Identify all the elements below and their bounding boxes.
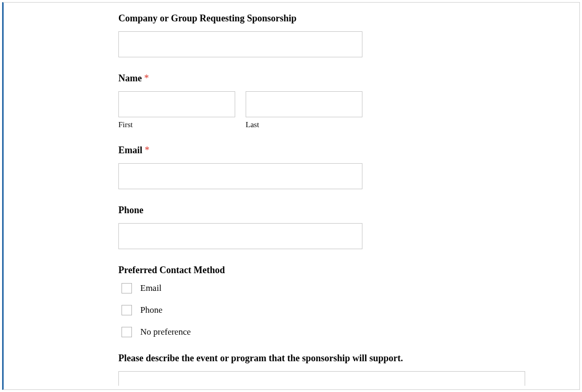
email-input[interactable] — [118, 163, 362, 189]
form-container: Company or Group Requesting Sponsorship … — [4, 13, 421, 386]
email-label-text: Email — [118, 145, 142, 155]
describe-textarea[interactable] — [118, 371, 525, 386]
checkbox-email[interactable] — [122, 283, 132, 293]
checkbox-email-label: Email — [140, 283, 162, 293]
company-input[interactable] — [118, 31, 362, 57]
name-row: First Last — [118, 91, 410, 129]
last-name-input[interactable] — [246, 91, 362, 117]
form-page: Company or Group Requesting Sponsorship … — [2, 2, 580, 390]
describe-group: Please describe the event or program tha… — [118, 353, 410, 386]
checkbox-phone-label: Phone — [140, 305, 163, 315]
contact-method-options: Email Phone No preference — [118, 283, 410, 337]
company-group: Company or Group Requesting Sponsorship — [118, 13, 410, 57]
first-name-input[interactable] — [118, 91, 235, 117]
contact-method-group: Preferred Contact Method Email Phone No … — [118, 265, 410, 337]
contact-method-label: Preferred Contact Method — [118, 265, 410, 276]
contact-option-nopref: No preference — [122, 327, 410, 337]
name-group: Name * First Last — [118, 73, 410, 129]
checkbox-nopref-label: No preference — [140, 327, 191, 337]
contact-option-phone: Phone — [122, 305, 410, 315]
name-label: Name * — [118, 73, 410, 84]
contact-option-email: Email — [122, 283, 410, 293]
first-name-sublabel: First — [118, 120, 235, 129]
email-group: Email * — [118, 145, 410, 189]
checkbox-nopref[interactable] — [122, 327, 132, 337]
first-name-col: First — [118, 91, 235, 129]
last-name-col: Last — [246, 91, 362, 129]
checkbox-phone[interactable] — [122, 305, 132, 315]
phone-input[interactable] — [118, 223, 362, 249]
company-label: Company or Group Requesting Sponsorship — [118, 13, 410, 24]
phone-group: Phone — [118, 205, 410, 249]
describe-label: Please describe the event or program tha… — [118, 353, 410, 364]
name-label-text: Name — [118, 73, 142, 83]
phone-label: Phone — [118, 205, 410, 216]
email-label: Email * — [118, 145, 410, 156]
last-name-sublabel: Last — [246, 120, 362, 129]
name-required: * — [144, 73, 149, 83]
email-required: * — [145, 145, 150, 155]
